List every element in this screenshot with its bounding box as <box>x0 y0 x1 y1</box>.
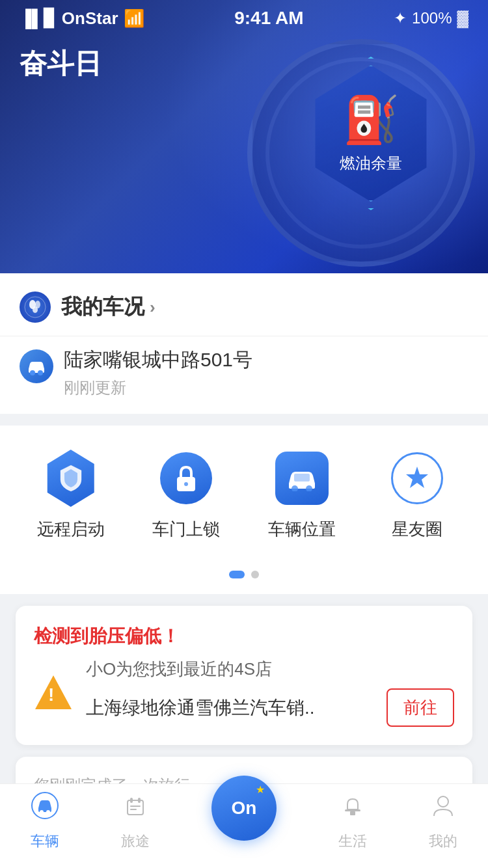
star-circle-icon <box>391 452 443 504</box>
alert-shop-row: 上海绿地徐通雪佛兰汽车销.. 前往 <box>86 688 454 727</box>
on-star-icon: ★ <box>256 783 265 796</box>
chevron-icon: › <box>150 297 156 318</box>
actions-grid: 远程启动 车门上锁 <box>13 449 475 541</box>
location-icon <box>20 349 53 383</box>
buick-logo <box>20 292 51 323</box>
svg-point-4 <box>30 370 35 375</box>
svg-rect-17 <box>128 800 143 815</box>
remote-start-icon-wrap <box>42 449 100 508</box>
car-location-label: 车辆位置 <box>268 518 336 541</box>
life-nav-icon <box>338 791 367 826</box>
alert-card: 检测到胎压偏低！ 小O为您找到最近的4S店 上海绿地徐通雪佛兰汽车销.. 前往 <box>16 606 472 745</box>
nav-life-label: 生活 <box>338 832 367 851</box>
dot-1 <box>229 571 245 578</box>
svg-rect-22 <box>345 809 360 811</box>
wifi-icon: 📶 <box>124 8 144 29</box>
location-text: 陆家嘴银城中路501号 刚刚更新 <box>64 347 252 398</box>
nav-trip-label: 旅途 <box>121 832 150 851</box>
action-door-lock[interactable]: 车门上锁 <box>141 449 232 541</box>
svg-point-16 <box>46 810 50 814</box>
page-dots <box>0 560 488 594</box>
car-status-title: 我的车况 › <box>61 293 468 321</box>
car-svg <box>285 465 319 491</box>
svg-rect-10 <box>294 474 310 481</box>
nav-mine[interactable]: 我的 <box>429 791 457 851</box>
door-lock-icon <box>160 452 212 504</box>
action-star-circle[interactable]: 星友圈 <box>372 449 463 541</box>
svg-point-5 <box>38 370 43 375</box>
svg-rect-19 <box>138 798 141 803</box>
svg-point-15 <box>40 810 44 814</box>
star-circle-label: 星友圈 <box>392 518 442 541</box>
svg-rect-21 <box>130 809 137 810</box>
action-remote-start[interactable]: 远程启动 <box>25 449 116 541</box>
svg-rect-20 <box>130 806 141 807</box>
location-row: 陆家嘴银城中路501号 刚刚更新 <box>0 336 488 414</box>
svg-rect-23 <box>350 811 355 815</box>
svg-point-24 <box>438 796 448 807</box>
car-location-icon-wrap <box>273 449 331 508</box>
fuel-pump-icon: ⛽ <box>343 93 400 146</box>
bluetooth-icon: ✦ <box>394 9 407 27</box>
alert-subtitle: 小O为您找到最近的4S店 <box>86 658 454 681</box>
nav-mine-label: 我的 <box>429 832 457 851</box>
hero-title: 奋斗日 <box>20 46 102 82</box>
action-car-location[interactable]: 车辆位置 <box>256 449 347 541</box>
trip-nav-svg <box>121 791 150 820</box>
svg-rect-18 <box>130 798 133 803</box>
warning-triangle <box>35 675 72 709</box>
on-button[interactable]: ★ On <box>211 776 277 841</box>
vehicle-svg <box>31 791 59 820</box>
car-status-text: 我的车况 › <box>61 293 468 321</box>
car-location-icon <box>275 452 329 505</box>
bottom-nav: 车辆 旅途 ★ On 生活 <box>0 783 488 868</box>
nav-vehicle-label: 车辆 <box>31 832 59 851</box>
on-text: On <box>232 799 257 817</box>
mine-svg <box>429 791 457 820</box>
door-lock-label: 车门上锁 <box>152 518 220 541</box>
alert-title: 检测到胎压偏低！ <box>34 624 454 649</box>
alert-shop-name: 上海绿地徐通雪佛兰汽车销.. <box>86 696 376 720</box>
nav-on-center[interactable]: ★ On <box>211 776 277 841</box>
vehicle-nav-icon <box>31 791 59 826</box>
quick-actions-panel: 远程启动 车门上锁 <box>0 426 488 560</box>
goto-button[interactable]: 前往 <box>386 688 454 727</box>
alert-content: 小O为您找到最近的4S店 上海绿地徐通雪佛兰汽车销.. 前往 <box>86 658 454 727</box>
remote-start-icon <box>45 450 97 507</box>
lock-svg <box>174 464 198 493</box>
signal-icon: ▐▌▊ <box>20 8 57 29</box>
star-svg <box>402 463 432 493</box>
nav-vehicle[interactable]: 车辆 <box>31 791 59 851</box>
status-battery-area: ✦ 100% ▓ <box>394 9 468 27</box>
hero-section: ▐▌▊ OnStar 📶 9:41 AM ✦ 100% ▓ 奋斗日 ⛽ 燃油余量 <box>0 0 488 273</box>
battery-icon: ▓ <box>457 9 469 27</box>
car-status-row[interactable]: 我的车况 › <box>0 273 488 336</box>
status-time: 9:41 AM <box>234 8 303 29</box>
dot-2 <box>251 571 259 578</box>
fuel-label: 燃油余量 <box>340 153 402 174</box>
remote-start-label: 远程启动 <box>37 518 105 541</box>
status-carrier: ▐▌▊ OnStar 📶 <box>20 8 144 29</box>
car-location-svg <box>26 357 47 375</box>
buick-svg <box>23 295 47 319</box>
battery-percent: 100% <box>412 9 452 27</box>
location-update-time: 刚刚更新 <box>64 377 252 398</box>
svg-point-3 <box>33 306 38 313</box>
location-address: 陆家嘴银城中路501号 <box>64 347 252 373</box>
life-svg <box>338 791 367 820</box>
trip-nav-icon <box>121 791 150 826</box>
nav-trip[interactable]: 旅途 <box>121 791 150 851</box>
star-circle-icon-wrap <box>388 449 446 508</box>
warning-icon <box>34 673 73 712</box>
shield-svg <box>58 464 84 493</box>
door-lock-icon-wrap <box>157 449 215 508</box>
status-bar: ▐▌▊ OnStar 📶 9:41 AM ✦ 100% ▓ <box>0 0 488 34</box>
svg-point-7 <box>184 482 188 486</box>
mine-nav-icon <box>429 791 457 826</box>
nav-life[interactable]: 生活 <box>338 791 367 851</box>
alert-body: 小O为您找到最近的4S店 上海绿地徐通雪佛兰汽车销.. 前往 <box>34 658 454 727</box>
fuel-widget[interactable]: ⛽ 燃油余量 <box>306 59 436 208</box>
